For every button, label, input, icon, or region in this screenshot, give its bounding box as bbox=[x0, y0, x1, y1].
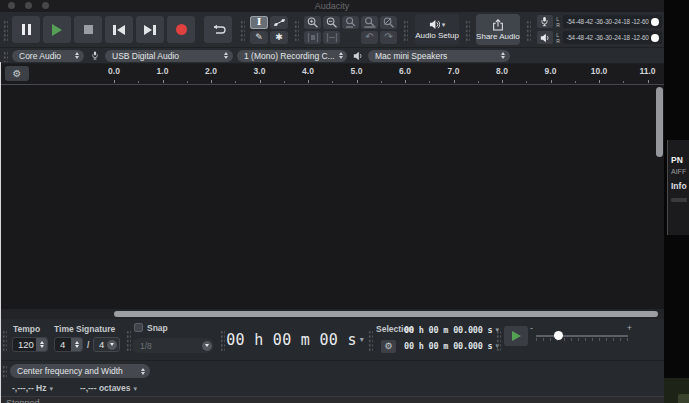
play-button[interactable] bbox=[43, 16, 71, 43]
multi-tool-button[interactable]: ✱ bbox=[270, 31, 288, 44]
ruler-tick-mark bbox=[163, 80, 164, 83]
titlebar[interactable]: Audacity bbox=[0, 0, 664, 12]
stop-button[interactable] bbox=[74, 16, 102, 43]
background-dim-text bbox=[671, 198, 687, 202]
ruler-halftick-mark bbox=[332, 81, 333, 83]
playback-device-select[interactable]: Mac mini Speakers bbox=[368, 50, 510, 62]
recording-device-select[interactable]: USB Digital Audio bbox=[105, 50, 233, 62]
snap-checkbox[interactable] bbox=[134, 323, 143, 332]
audio-host-select[interactable]: Core Audio bbox=[12, 50, 84, 62]
ruler-tick-label: 0.0 bbox=[108, 66, 120, 76]
play-at-speed-button[interactable] bbox=[504, 326, 528, 346]
updown-arrows-icon bbox=[75, 52, 79, 59]
redo-button[interactable]: ↷ bbox=[380, 31, 397, 44]
zoom-out-button[interactable] bbox=[323, 16, 340, 29]
channel-left-label: L bbox=[556, 16, 560, 21]
vertical-scrollbar[interactable] bbox=[656, 86, 663, 308]
chevron-down-icon: ▾ bbox=[360, 336, 364, 344]
tools-toolbar: I ✎ ✱ bbox=[250, 16, 288, 44]
play-at-speed-grip[interactable] bbox=[496, 329, 501, 351]
share-audio-grip[interactable] bbox=[465, 19, 470, 41]
time-signature-lower-value: 4 bbox=[94, 339, 107, 350]
recording-meter-strip[interactable]: -54-48-42-36-30-24-18-12-60 bbox=[563, 15, 662, 28]
recording-level-slider-thumb[interactable] bbox=[651, 18, 659, 26]
selection-tool-button[interactable]: I bbox=[250, 16, 268, 29]
bandwidth-field[interactable]: --,--- octaves ▾ bbox=[80, 383, 137, 393]
horizontal-scrollbar[interactable] bbox=[0, 309, 664, 319]
snap-mode-select[interactable]: 1/8 bbox=[132, 338, 214, 353]
tempo-field[interactable]: 120 bbox=[12, 337, 48, 352]
updown-arrows-icon bbox=[339, 52, 343, 59]
selection-end-field[interactable]: 00 h 00 m 00.000 s ▾ bbox=[404, 339, 499, 352]
center-frequency-field[interactable]: -,---,-- Hz ▾ bbox=[12, 383, 53, 393]
selection-end-value: 00 h 00 m 00.000 s bbox=[404, 341, 493, 351]
ruler-tick-mark bbox=[211, 80, 212, 83]
recording-channels-select[interactable]: 1 (Mono) Recording C... bbox=[237, 50, 347, 62]
zoom-out-icon bbox=[326, 17, 338, 28]
zoom-in-button[interactable] bbox=[304, 16, 321, 29]
selection-toolbar-grip[interactable] bbox=[368, 329, 373, 351]
speed-slider-thumb[interactable] bbox=[554, 331, 563, 340]
audio-setup-grip[interactable] bbox=[403, 19, 408, 41]
ruler-halftick-mark bbox=[623, 81, 624, 83]
tempo-stepper[interactable] bbox=[36, 338, 47, 351]
background-window-strip: PN AIFF Info bbox=[664, 0, 689, 403]
ruler-tick-label: 8.0 bbox=[496, 66, 508, 76]
timeline-options-button[interactable]: ⚙ bbox=[5, 66, 29, 81]
play-icon bbox=[512, 331, 521, 341]
recording-meter-scale: -54-48-42-36-30-24-18-12-60 bbox=[566, 18, 649, 25]
loop-button[interactable] bbox=[204, 16, 232, 43]
undo-button[interactable]: ↶ bbox=[361, 31, 378, 44]
time-signature-toolbar-grip[interactable] bbox=[2, 329, 7, 351]
track-area[interactable] bbox=[0, 85, 664, 309]
skip-to-start-button[interactable] bbox=[105, 16, 133, 43]
tools-toolbar-grip[interactable] bbox=[240, 19, 245, 41]
edit-toolbar-grip[interactable] bbox=[294, 19, 299, 41]
selection-options-button[interactable]: ⚙ bbox=[381, 340, 396, 353]
silence-audio-button[interactable] bbox=[323, 31, 340, 44]
spectral-toolbar-grip[interactable] bbox=[2, 364, 7, 378]
spectral-mode-select[interactable]: Center frequency and Width bbox=[10, 364, 150, 378]
share-audio-button[interactable]: Share Audio bbox=[476, 14, 520, 45]
selection-start-field[interactable]: 00 h 00 m 00.000 s ▾ bbox=[404, 323, 499, 336]
zoom-toggle-button[interactable] bbox=[380, 16, 397, 29]
desktop-wallpaper-corner bbox=[664, 378, 689, 403]
playback-speed-slider[interactable]: - + bbox=[536, 324, 628, 348]
audio-position-display[interactable]: 00 h 00 m 00 s ▾ bbox=[226, 322, 364, 357]
time-signature-lower-select[interactable]: 4 bbox=[93, 337, 120, 352]
playback-meter[interactable]: L R -54-48-42-36-30-24-18-12-60 bbox=[537, 31, 662, 45]
vertical-scrollbar-thumb[interactable] bbox=[656, 87, 663, 157]
channel-right-label: R bbox=[556, 22, 560, 27]
fit-selection-button[interactable] bbox=[342, 16, 359, 29]
fit-project-button[interactable] bbox=[361, 16, 378, 29]
draw-tool-button[interactable]: ✎ bbox=[250, 31, 268, 44]
device-toolbar-grip[interactable] bbox=[3, 50, 8, 62]
zoom-in-icon bbox=[307, 17, 319, 28]
snapping-toolbar-grip[interactable] bbox=[126, 329, 131, 351]
meter-scale-number: -30 bbox=[603, 18, 611, 24]
pencil-icon: ✎ bbox=[255, 33, 263, 42]
speaker-small-icon bbox=[537, 31, 553, 44]
time-signature-upper-field[interactable]: 4 bbox=[54, 337, 83, 352]
record-icon bbox=[176, 24, 187, 35]
time-toolbar-grip[interactable] bbox=[220, 329, 225, 351]
ruler-halftick-mark bbox=[575, 81, 576, 83]
ibeam-icon: I bbox=[257, 17, 262, 27]
playback-meter-strip[interactable]: -54-48-42-36-30-24-18-12-60 bbox=[563, 31, 662, 44]
horizontal-scrollbar-thumb[interactable] bbox=[114, 311, 658, 317]
playback-meter-scale: -54-48-42-36-30-24-18-12-60 bbox=[566, 34, 649, 41]
transport-toolbar-grip[interactable] bbox=[3, 19, 8, 41]
pause-button[interactable] bbox=[12, 16, 40, 43]
recording-meter[interactable]: L R -54-48-42-36-30-24-18-12-60 bbox=[537, 15, 662, 29]
audio-setup-button[interactable]: ▾ Audio Setup bbox=[415, 14, 459, 45]
envelope-tool-button[interactable] bbox=[270, 16, 288, 29]
playback-level-slider-thumb[interactable] bbox=[651, 34, 659, 42]
timeline-ruler[interactable]: 0.01.02.03.04.05.06.07.08.09.010.011.0 ⚙ bbox=[0, 64, 664, 85]
slider-track[interactable] bbox=[536, 335, 628, 337]
record-button[interactable] bbox=[167, 16, 195, 43]
time-signature-stepper[interactable] bbox=[71, 338, 82, 351]
ruler-tick-label: 7.0 bbox=[448, 66, 460, 76]
skip-to-end-button[interactable] bbox=[136, 16, 164, 43]
trim-audio-button[interactable] bbox=[304, 31, 321, 44]
meter-toolbar-grip[interactable] bbox=[526, 19, 531, 41]
